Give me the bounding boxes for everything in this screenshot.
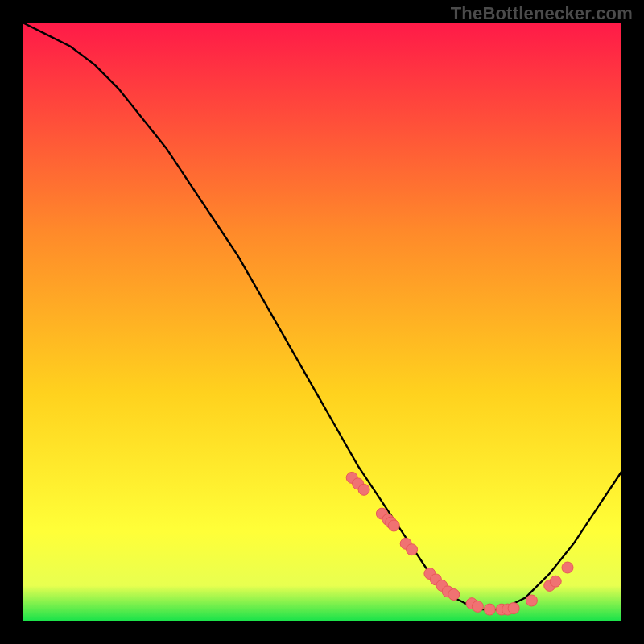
marker-point (448, 589, 460, 601)
marker-point (508, 603, 519, 614)
watermark-text: TheBottlenecker.com (451, 3, 633, 24)
marker-point (562, 562, 573, 573)
marker-point (526, 595, 537, 606)
marker-point (472, 601, 483, 612)
chart-svg (23, 23, 621, 621)
marker-point (550, 576, 561, 587)
gradient-background (23, 23, 621, 621)
marker-point (358, 484, 369, 495)
chart-frame: TheBottlenecker.com (0, 0, 644, 644)
plot-area (23, 23, 621, 621)
marker-point (407, 544, 418, 555)
marker-point (484, 604, 495, 615)
marker-point (388, 520, 399, 531)
